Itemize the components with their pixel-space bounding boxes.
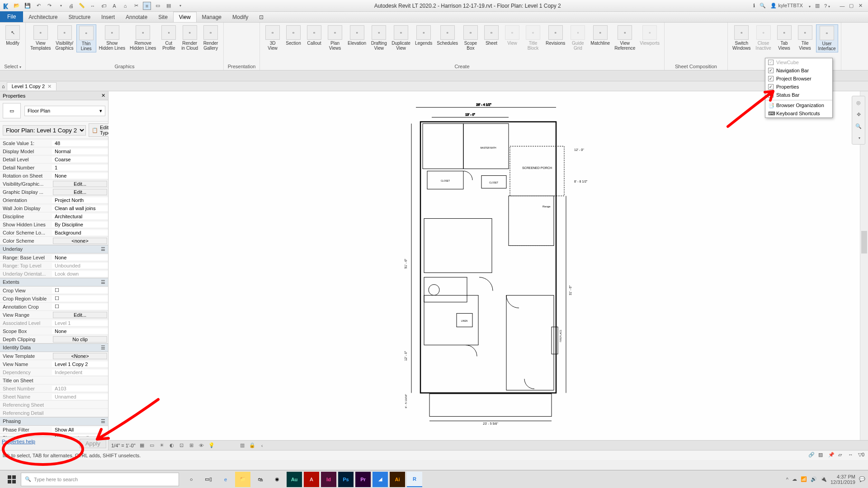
help-dropdown[interactable]: ? (824, 3, 830, 9)
worksharing-icon[interactable]: ▥ (239, 442, 246, 449)
ribbon-close-inactive[interactable]: ▫Close Inactive (754, 24, 774, 52)
ribbon--d-view[interactable]: ▫3D View (263, 24, 283, 52)
prop-row[interactable]: OrientationProject North (0, 196, 108, 204)
ribbon-scope-box[interactable]: ▫Scope Box (461, 24, 481, 52)
prop-row[interactable]: Detail LevelCoarse (0, 155, 108, 164)
maximize-button[interactable]: ▢ (847, 2, 855, 9)
ribbon-render-gallery[interactable]: ▫Render Gallery (201, 24, 221, 52)
ribbon-render-in-cloud[interactable]: ▫Render in Cloud (179, 24, 200, 52)
prop-row[interactable]: Visibility/Graphic...Edit... (0, 180, 108, 188)
text-icon[interactable]: A (110, 2, 118, 10)
photoshop-icon[interactable]: Ps (338, 472, 354, 487)
undo-icon[interactable]: ↶ (34, 2, 42, 10)
document-tab[interactable]: Level 1 Copy 2✕ (7, 82, 57, 90)
select-underlay-icon[interactable]: ▨ (818, 452, 826, 459)
prop-row[interactable]: Color Scheme<none> (0, 237, 108, 245)
undo-split[interactable] (56, 2, 64, 10)
ribbon-callout[interactable]: ▫Callout (304, 24, 324, 47)
tab-manage[interactable]: Manage (197, 12, 227, 22)
ribbon-title-block[interactable]: ▫Title Block (523, 24, 543, 52)
tab-architecture[interactable]: Architecture (23, 12, 63, 22)
print-icon[interactable]: 🖨 (67, 2, 75, 10)
prop-row[interactable]: Detail Number1 (0, 164, 108, 172)
clock[interactable]: 4:37 PM12/31/2019 (830, 474, 855, 485)
ribbon-matchline[interactable]: ▫Matchline (589, 24, 612, 47)
crop-view-icon[interactable]: ⊡ (178, 442, 185, 449)
ribbon-duplicate-view[interactable]: ▫Duplicate View (390, 24, 412, 52)
prop-row[interactable]: View RangeEdit... (0, 311, 108, 319)
ui-menu-browser[interactable]: ✓Project Browser (765, 75, 832, 83)
prop-row[interactable]: Display ModelNormal (0, 147, 108, 155)
select-panel-title[interactable]: Select (3, 63, 23, 69)
measure-icon[interactable]: 📏 (78, 2, 86, 10)
ribbon-tab-views[interactable]: ▫Tab Views (774, 24, 794, 52)
bluebeam-icon[interactable]: ◢ (373, 472, 388, 487)
constraints-icon[interactable]: 🔒 (249, 442, 256, 449)
tag-icon[interactable]: 🏷 (99, 2, 108, 10)
prop-row[interactable]: Crop Region Visible☐ (0, 295, 108, 303)
prop-section[interactable]: Extents☰ (0, 278, 108, 286)
ribbon-thin-lines[interactable]: ▫Thin Lines (76, 24, 96, 52)
ribbon-drafting-view[interactable]: ▫Drafting View (369, 24, 389, 52)
prop-row[interactable]: View Template<None> (0, 352, 108, 360)
close-tab-icon[interactable]: ✕ (47, 84, 52, 89)
open-icon[interactable]: 📂 (13, 2, 21, 10)
close-panel-icon[interactable]: ✕ (101, 93, 105, 99)
tab-addins[interactable]: ⊡ (254, 12, 264, 22)
ribbon-section[interactable]: ▫Section (283, 24, 303, 47)
ribbon-revisions[interactable]: ▫Revisions (544, 24, 567, 47)
cloud-icon[interactable]: ☁ (792, 476, 797, 482)
prop-row[interactable]: Rotation on SheetNone (0, 172, 108, 180)
tab-annotate[interactable]: Annotate (120, 12, 153, 22)
ribbon-view-reference[interactable]: ▫View Reference (613, 24, 637, 52)
ribbon-guide-grid[interactable]: ▫Guide Grid (568, 24, 588, 52)
redo-icon[interactable]: ↷ (45, 2, 53, 10)
ribbon-cut-profile[interactable]: ▫Cut Profile (159, 24, 179, 52)
prop-row[interactable]: Show Hidden LinesBy Discipline (0, 221, 108, 229)
tab-structure[interactable]: Structure (63, 12, 96, 22)
save-icon[interactable]: 💾 (24, 2, 32, 10)
acrobat-icon[interactable]: A (304, 472, 319, 487)
switch-win-icon[interactable]: ▤ (165, 2, 173, 10)
illustrator-icon[interactable]: Ai (390, 472, 405, 487)
prop-section[interactable]: Identity Data☰ (0, 343, 108, 352)
prop-row[interactable]: DependencyIndependent (0, 368, 108, 376)
default-3d-icon[interactable]: ⌂ (121, 2, 129, 10)
ribbon-view-templates[interactable]: ▫View Templates (28, 24, 53, 52)
properties-title-bar[interactable]: Properties✕ (0, 91, 108, 100)
shadows-icon[interactable]: ◐ (168, 442, 175, 449)
prop-row[interactable]: Wall Join DisplayClean all wall joins (0, 204, 108, 212)
tab-insert[interactable]: Insert (96, 12, 120, 22)
ribbon-remove-hidden-lines[interactable]: ▫Remove Hidden Lines (128, 24, 158, 52)
ribbon-elevation[interactable]: ▫Elevation (346, 24, 368, 47)
instance-filter[interactable]: Floor Plan: Level 1 Copy 2 (3, 125, 86, 136)
ui-menu-viewcube[interactable]: ✓ViewCube (765, 58, 832, 66)
properties-grid[interactable]: Scale Value 1:48Display ModelNormalDetai… (0, 139, 108, 436)
qat-customize[interactable] (175, 2, 184, 10)
volume-icon[interactable]: 🔊 (811, 476, 817, 482)
info-center-icon[interactable]: ℹ (753, 3, 755, 9)
ribbon-view[interactable]: ▫View (502, 24, 522, 47)
type-selector[interactable]: ▭ Floor Plan▾ (0, 100, 108, 122)
prop-row[interactable]: View NameLevel 1 Copy 2 (0, 360, 108, 368)
revit-logo[interactable] (2, 2, 10, 10)
taskbar-search[interactable]: 🔍 Type here to search (21, 473, 179, 486)
store-icon[interactable]: 🛍 (252, 472, 268, 487)
ribbon-legends[interactable]: ▫Legends (413, 24, 434, 47)
drag-elements-icon[interactable]: ↔ (848, 452, 855, 459)
pan-icon[interactable]: ✥ (854, 110, 863, 119)
task-view-icon[interactable]: ▭▯ (201, 472, 216, 487)
prop-row[interactable]: DisciplineArchitectural (0, 212, 108, 221)
explorer-icon[interactable]: 📁 (235, 472, 250, 487)
ribbon-plan-views[interactable]: ▫Plan Views (325, 24, 345, 52)
prop-row[interactable]: Color Scheme Lo...Background (0, 229, 108, 237)
prop-row[interactable]: Associated LevelLevel 1 (0, 319, 108, 327)
revit-taskbar-icon[interactable]: R (407, 472, 422, 487)
prop-row[interactable]: Scope BoxNone (0, 327, 108, 335)
thin-lines-icon[interactable]: ≡ (143, 2, 151, 10)
navigation-bar[interactable]: ◎ ✥ 🔍 (852, 96, 865, 145)
align-dim-icon[interactable]: ↔ (89, 2, 97, 10)
tab-site[interactable]: Site (153, 12, 173, 22)
prop-row[interactable]: Title on Sheet (0, 376, 108, 385)
prop-row[interactable]: Annotation Crop☐ (0, 303, 108, 311)
